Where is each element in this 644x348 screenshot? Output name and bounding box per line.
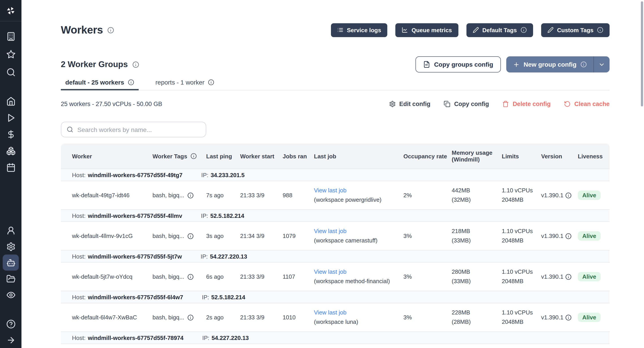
tab-default[interactable]: default - 25 workers <box>61 79 138 90</box>
dollar-icon <box>6 130 16 139</box>
queue-metrics-label: Queue metrics <box>412 26 452 33</box>
table-row-worker[interactable]: wk-default-6l4w7-XwBaC bash, bigq... 2s … <box>61 303 610 332</box>
search-workers-box <box>61 122 206 137</box>
groups-info-icon[interactable] <box>132 61 139 68</box>
worker-tags: bash, bigq... <box>152 273 184 280</box>
sidebar-item-help[interactable] <box>3 316 19 332</box>
folder-open-icon <box>6 274 16 283</box>
copy-config-button[interactable]: Copy config <box>444 100 489 107</box>
jobs-ran: 1107 <box>283 273 314 280</box>
service-logs-button[interactable]: Service logs <box>331 23 387 37</box>
sidebar-item-folders[interactable] <box>3 270 19 287</box>
user-icon <box>6 226 16 235</box>
tab-reports-label: reports - 1 worker <box>156 79 204 86</box>
memory-usage: 218MB <box>452 227 497 236</box>
version-info-icon[interactable] <box>565 314 572 320</box>
clean-cache-button[interactable]: Clean cache <box>564 100 610 107</box>
host-ip: 54.227.220.13 <box>210 253 247 260</box>
table-row-host: Host:windmill-workers-67757d55f-4llmv IP… <box>61 209 610 222</box>
pencil-icon <box>547 27 554 33</box>
view-last-job-link[interactable]: View last job <box>314 268 346 275</box>
file-code-icon <box>423 61 430 68</box>
default-tags-button[interactable]: Default Tags <box>466 23 533 37</box>
search-icon <box>67 126 73 133</box>
new-group-config-dropdown[interactable] <box>594 56 610 72</box>
worker-tags-info-icon[interactable] <box>188 274 194 280</box>
refresh-icon <box>564 100 571 107</box>
col-liveness: Liveness <box>578 153 610 160</box>
worker-start: 21:33 3/9 <box>240 273 283 280</box>
table-row-worker[interactable]: wk-default-4llmv-9v1cG bash, bigq... 3s … <box>61 222 610 250</box>
col-limits: Limits <box>502 153 541 160</box>
memory-usage: 228MB <box>452 308 497 317</box>
view-last-job-link[interactable]: View last job <box>314 187 346 194</box>
table-row-worker[interactable]: wk-default-5jt7w-oYdcq bash, bigq... 6s … <box>61 262 610 291</box>
tab-default-info-icon[interactable] <box>128 79 134 86</box>
search-workers-input[interactable] <box>77 126 200 133</box>
limits-cpu: 1.10 vCPUs <box>502 268 537 277</box>
tab-reports-info-icon[interactable] <box>208 79 214 86</box>
default-tags-label: Default Tags <box>482 26 517 33</box>
edit-config-label: Edit config <box>399 100 430 107</box>
sidebar-item-schedules[interactable] <box>3 159 19 175</box>
worker-tags-info-icon[interactable] <box>188 314 194 320</box>
pencil-icon <box>472 27 479 33</box>
memory-usage: 280MB <box>452 268 497 277</box>
col-worker-tags: Worker Tags <box>152 153 206 160</box>
edit-config-button[interactable]: Edit config <box>389 100 430 107</box>
sidebar-item-home[interactable] <box>3 93 19 109</box>
col-last-ping: Last ping <box>206 153 240 160</box>
workers-info-icon[interactable] <box>107 26 114 33</box>
new-group-config-info-icon[interactable] <box>580 61 587 68</box>
default-tags-info-icon[interactable] <box>520 27 526 33</box>
trash-icon <box>502 100 509 107</box>
windmill-logo[interactable] <box>0 0 22 22</box>
version-info-icon[interactable] <box>565 233 572 239</box>
table-row-worker[interactable]: wk-default-49tg7-idt46 bash, bigq... 7s … <box>61 181 610 209</box>
view-last-job-link[interactable]: View last job <box>314 309 346 316</box>
eye-icon <box>6 290 16 300</box>
new-group-config-button[interactable]: New group config <box>506 56 594 72</box>
building-icon <box>6 32 16 41</box>
group-meta-row: 25 workers - 27.50 vCPUs - 50.00 GB Edit… <box>61 98 610 109</box>
sidebar-item-workspace[interactable] <box>3 28 19 44</box>
sidebar-item-variables[interactable] <box>3 126 19 142</box>
liveness-badge: Alive <box>578 272 600 281</box>
sidebar-item-search[interactable] <box>3 64 19 80</box>
worker-tags-info-icon[interactable] <box>190 153 196 159</box>
group-summary: 25 workers - 27.50 vCPUs - 50.00 GB <box>61 100 162 107</box>
sidebar-item-audit-logs[interactable] <box>3 287 19 303</box>
new-group-config-split-button: New group config <box>506 56 610 72</box>
host-ip: 34.233.201.5 <box>211 172 245 178</box>
copy-groups-config-button[interactable]: Copy groups config <box>415 56 501 72</box>
view-last-job-link[interactable]: View last job <box>314 228 346 234</box>
col-occupancy-rate: Occupancy rate <box>404 153 452 160</box>
limits-memory: 2048MB <box>502 236 537 245</box>
col-memory-usage: Memory usage (Windmill) <box>452 150 502 163</box>
groups-header: 2 Worker Groups Copy groups config New g… <box>61 56 610 72</box>
sidebar-item-workers[interactable] <box>3 254 19 270</box>
version-info-icon[interactable] <box>565 192 572 198</box>
worker-version: v1.390.1 <box>541 232 564 239</box>
sidebar-expand[interactable] <box>3 332 19 348</box>
vertical-scrollbar-thumb[interactable] <box>641 1 643 106</box>
sidebar-item-resources[interactable] <box>3 143 19 159</box>
delete-config-button[interactable]: Delete config <box>502 100 551 107</box>
line-chart-icon <box>402 27 408 33</box>
col-worker-start: Worker start <box>240 153 283 160</box>
queue-metrics-button[interactable]: Queue metrics <box>395 23 458 37</box>
sidebar-item-settings[interactable] <box>3 238 19 254</box>
version-info-icon[interactable] <box>565 274 572 280</box>
worker-version: v1.390.1 <box>541 192 564 198</box>
worker-tags-info-icon[interactable] <box>188 233 194 239</box>
custom-tags-label: Custom Tags <box>557 26 594 33</box>
worker-tags-info-icon[interactable] <box>188 192 194 198</box>
custom-tags-button[interactable]: Custom Tags <box>541 23 610 37</box>
worker-start: 21:34 3/9 <box>240 232 283 239</box>
tab-reports[interactable]: reports - 1 worker <box>151 79 219 90</box>
sidebar-item-favorites[interactable] <box>3 46 19 62</box>
memory-usage-windmill: (33MB) <box>452 277 497 286</box>
sidebar-item-runs[interactable] <box>3 110 19 126</box>
sidebar-item-users[interactable] <box>3 222 19 238</box>
custom-tags-info-icon[interactable] <box>597 27 603 33</box>
